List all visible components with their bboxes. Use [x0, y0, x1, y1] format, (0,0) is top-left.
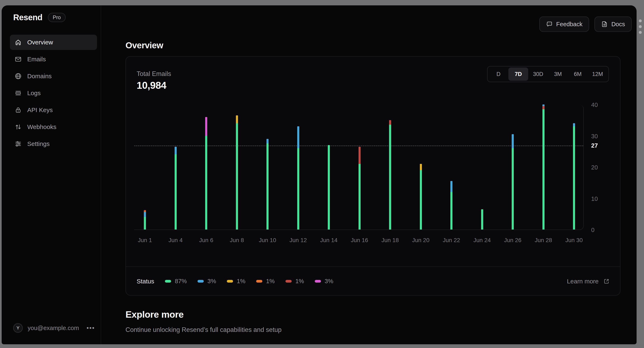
total-emails-card: Total Emails 10,984 D7D30D3M6M12M Jun 1J…: [126, 56, 620, 296]
range-6m[interactable]: 6M: [568, 68, 588, 81]
legend-swatch-green: [165, 280, 171, 282]
bar-jun-8[interactable]: [236, 116, 238, 230]
account-row[interactable]: Y you@example.com •••: [13, 323, 96, 333]
avatar: Y: [13, 323, 23, 333]
stat-value: 10,984: [137, 80, 166, 91]
legend-entry-red: 1%: [286, 278, 304, 285]
legend-percent: 3%: [208, 278, 216, 285]
bar-jun-24[interactable]: [481, 209, 483, 230]
x-tick-label: Jun 14: [314, 237, 343, 244]
feedback-button[interactable]: Feedback: [539, 16, 589, 32]
bar-jun-26[interactable]: [512, 134, 514, 230]
bar-segment-red: [542, 106, 544, 109]
bar-jun-28[interactable]: [542, 104, 544, 230]
x-tick-label: Jun 16: [345, 237, 374, 244]
account-email: you@example.com: [28, 325, 85, 332]
sidebar-item-emails[interactable]: Emails: [10, 52, 97, 67]
legend-swatch-magenta: [315, 280, 321, 282]
sidebar-item-overview[interactable]: Overview: [10, 35, 97, 50]
range-12m[interactable]: 12M: [588, 68, 608, 81]
sidebar-item-api-keys[interactable]: API Keys: [10, 102, 97, 118]
legend-percent: 1%: [295, 278, 304, 285]
external-link-icon: [603, 278, 610, 285]
x-tick-label: Jun 24: [468, 237, 496, 244]
time-range-selector: D7D30D3M6M12M: [487, 66, 609, 82]
docs-button[interactable]: Docs: [594, 16, 632, 32]
bar-segment-green: [144, 217, 146, 230]
bar-segment-green: [450, 192, 452, 230]
page-title: Overview: [126, 40, 163, 50]
bar-jun-6[interactable]: [205, 117, 207, 230]
learn-more-link[interactable]: Learn more: [567, 278, 610, 285]
window-handle-dots[interactable]: [639, 20, 642, 34]
legend-label: Status: [137, 278, 154, 285]
x-tick-label: Jun 18: [376, 237, 404, 244]
bar-chart-plot: [134, 105, 584, 230]
range-7d[interactable]: 7D: [508, 68, 528, 81]
explore-more-title: Explore more: [126, 309, 184, 320]
account-menu-icon[interactable]: •••: [85, 323, 96, 333]
bar-segment-blue: [450, 181, 452, 192]
card-footer: Status 87%3%1%1%1%3% Learn more: [137, 267, 610, 296]
sidebar-item-label: Domains: [27, 73, 52, 80]
bar-segment-blue: [512, 134, 514, 148]
x-tick-label: Jun 10: [253, 237, 282, 244]
x-tick-label: Jun 12: [284, 237, 313, 244]
x-tick-label: Jun 26: [498, 237, 527, 244]
sidebar-item-label: Settings: [27, 140, 50, 147]
bar-segment-green: [358, 164, 360, 230]
legend-percent: 1%: [266, 278, 275, 285]
bar-jun-14[interactable]: [328, 145, 330, 230]
bar-jun-22[interactable]: [450, 181, 452, 230]
sidebar-item-webhooks[interactable]: Webhooks: [10, 119, 97, 134]
y-tick-label: 0: [591, 226, 594, 234]
x-tick-label: Jun 30: [560, 237, 588, 244]
bar-jun-30[interactable]: [573, 123, 575, 230]
range-d[interactable]: D: [488, 68, 508, 81]
bar-segment-green: [481, 209, 483, 230]
bar-segment-magenta: [205, 117, 207, 136]
x-tick-label: Jun 4: [161, 237, 190, 244]
sidebar-item-logs[interactable]: Logs: [10, 86, 97, 101]
bar-jun-18[interactable]: [389, 120, 391, 230]
sidebar-item-settings[interactable]: Settings: [10, 136, 97, 152]
range-3m[interactable]: 3M: [548, 68, 568, 81]
logo-row: Resend Pro: [13, 13, 66, 22]
sliders-icon: [14, 140, 22, 148]
y-tick-label: 20: [591, 164, 598, 171]
x-tick-label: Jun 6: [192, 237, 221, 244]
bar-segment-green: [328, 145, 330, 230]
bar-jun-20[interactable]: [420, 164, 422, 230]
y-axis-labels: 40302720100: [591, 105, 616, 230]
legend-swatch-red: [286, 280, 292, 282]
bar-segment-red: [358, 147, 360, 164]
sidebar-nav: OverviewEmailsDomainsLogsAPI KeysWebhook…: [10, 35, 97, 152]
bar-jun-1[interactable]: [144, 210, 146, 230]
bar-segment-green: [236, 123, 238, 230]
bar-segment-blue: [542, 104, 544, 106]
status-legend: 87%3%1%1%1%3%: [165, 278, 567, 285]
bar-segment-green: [205, 136, 207, 230]
bar-segment-orange: [144, 210, 146, 212]
learn-more-label: Learn more: [567, 278, 598, 285]
x-axis-labels: Jun 1Jun 4Jun 6Jun 8Jun 10Jun 12Jun 14Ju…: [134, 237, 584, 245]
bar-segment-blue: [174, 147, 177, 154]
arrows-up-down-icon: [14, 123, 22, 131]
y-tick-label: 30: [591, 133, 598, 140]
bar-jun-16[interactable]: [358, 147, 360, 230]
bar-segment-green: [174, 154, 177, 230]
explore-more-subtitle: Continue unlocking Resend’s full capabil…: [126, 326, 282, 334]
sidebar-item-label: Emails: [27, 56, 46, 63]
bar-jun-12[interactable]: [297, 126, 299, 230]
bar-segment-blue: [144, 212, 146, 217]
bar-jun-4[interactable]: [174, 147, 177, 230]
reference-line-27: [134, 146, 583, 146]
legend-entry-magenta: 3%: [315, 278, 333, 285]
main-content: FeedbackDocs Overview Total Emails 10,98…: [101, 5, 636, 344]
range-30d[interactable]: 30D: [528, 68, 548, 81]
sidebar-item-domains[interactable]: Domains: [10, 68, 97, 84]
bar-jun-10[interactable]: [266, 139, 268, 230]
legend-swatch-orange: [256, 280, 262, 282]
bar-segment-yellow: [420, 164, 422, 170]
home-icon: [14, 38, 22, 46]
